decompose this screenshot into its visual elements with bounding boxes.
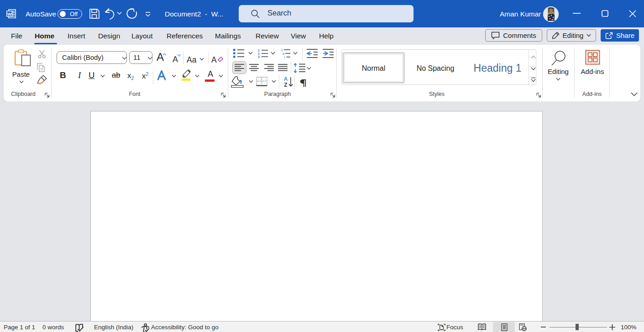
svg-text:1: 1 (281, 48, 283, 52)
svg-text:W: W (7, 11, 11, 16)
svg-text:a: a (283, 52, 284, 55)
svg-text:1: 1 (258, 49, 260, 52)
svg-text:Z: Z (284, 82, 287, 88)
svg-text:3: 3 (258, 55, 260, 58)
svg-text:i: i (284, 56, 285, 59)
svg-text:2: 2 (258, 52, 260, 55)
